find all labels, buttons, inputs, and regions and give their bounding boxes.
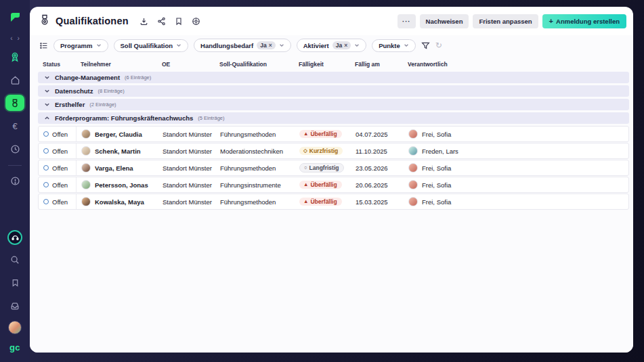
group-row[interactable]: Change-Management (6 Einträge) (38, 72, 629, 83)
filter-pill[interactable]: Punkte (372, 39, 416, 52)
filter-pill[interactable]: Soll Qualifikation (114, 39, 189, 52)
bookmark-icon[interactable] (175, 17, 183, 26)
owner-name: Freden, Lars (422, 148, 458, 155)
more-button[interactable]: ··· (398, 14, 416, 28)
anmeldung-erstellen-button[interactable]: + Anmeldung erstellen (542, 14, 626, 28)
oe-cell: Standort Münster (158, 194, 215, 209)
remove-filter-icon[interactable]: × (344, 42, 347, 49)
award-rosette-icon[interactable] (6, 49, 24, 65)
table-header: StatusTeilnehmerOESoll-QualifikationFäll… (38, 61, 629, 70)
fristen-anpassen-button[interactable]: Fristen anpassen (473, 14, 538, 28)
chevron-down-icon (176, 43, 181, 48)
automation-icon[interactable] (192, 17, 200, 26)
history-clock-icon[interactable] (6, 141, 24, 157)
group-row[interactable]: Datenschutz (8 Einträge) (38, 85, 629, 97)
group-name: Förderprogramm: Führungskräftenachwuchs (55, 114, 193, 122)
view-options-icon[interactable] (39, 41, 48, 50)
participant-name: Berger, Claudia (95, 131, 142, 138)
medal-icon (39, 14, 50, 28)
status-cell: Offen (39, 143, 77, 158)
due-status-badge: ▲ Überfällig (299, 181, 342, 189)
gc-logo[interactable]: gc (9, 342, 20, 353)
group-chevron-icon[interactable] (44, 88, 50, 94)
status-cell: Offen (39, 160, 77, 175)
due-status-badge: ▲ Überfällig (299, 198, 342, 206)
filter-pill-label: Soll Qualifikation (121, 42, 173, 49)
group-count: (5 Einträge) (198, 115, 224, 121)
search-icon[interactable] (6, 252, 24, 268)
column-header: Fälligkeit (294, 61, 350, 70)
inbox-tray-icon[interactable] (6, 298, 24, 314)
page-title: Qualifikationen (56, 16, 129, 26)
support-bot-avatar[interactable] (7, 230, 22, 245)
filter-value-chip: Ja× (257, 41, 275, 49)
verantwortlich-cell: Frei, Sofia (404, 194, 628, 209)
participant-avatar (81, 146, 91, 156)
faellig-am-cell: 23.05.2026 (351, 160, 404, 175)
filter-pill-label: Programm (60, 42, 93, 49)
owner-avatar (408, 163, 418, 173)
chevron-left-icon[interactable]: ‹ (10, 35, 12, 42)
due-status-badge: ▲ Überfällig (299, 130, 342, 139)
group-row[interactable]: Förderprogramm: Führungskräftenachwuchs … (38, 112, 629, 124)
euro-icon[interactable]: € (6, 118, 24, 134)
main-panel: Qualifikationen (30, 7, 633, 353)
alert-circle-icon[interactable] (6, 173, 24, 189)
due-status-badge: ○ Langfristig (299, 163, 344, 173)
nachweisen-button[interactable]: Nachweisen (420, 14, 469, 28)
chevron-down-icon (404, 43, 409, 48)
refresh-icon[interactable]: ↻ (435, 41, 442, 50)
oe-cell: Standort Münster (158, 127, 215, 141)
chevron-right-icon[interactable]: › (18, 35, 20, 42)
plus-icon: + (549, 18, 553, 25)
participant-avatar (81, 180, 91, 189)
table-row[interactable]: Offen Berger, Claudia Standort Münster F… (38, 126, 629, 142)
table-row[interactable]: Offen Petersson, Jonas Standort Münster … (38, 177, 629, 193)
verantwortlich-cell: Frei, Sofia (404, 177, 628, 192)
home-icon[interactable] (6, 72, 24, 88)
table-row[interactable]: Offen Kowalska, Maya Standort Münster Fü… (38, 194, 629, 210)
sidebar-collapse-controls[interactable]: ‹ › (10, 35, 20, 42)
download-icon[interactable] (139, 17, 148, 26)
oe-cell: Standort Münster (158, 160, 215, 175)
brand-logo-icon[interactable] (9, 11, 22, 26)
teilnehmer-cell: Petersson, Jonas (77, 177, 158, 192)
table-row[interactable]: Offen Schenk, Martin Standort Münster Mo… (38, 143, 629, 159)
participant-name: Petersson, Jonas (95, 181, 148, 189)
share-icon[interactable] (157, 17, 166, 26)
group-chevron-icon[interactable] (44, 74, 50, 81)
filter-funnel-icon[interactable] (421, 41, 430, 50)
teilnehmer-cell: Berger, Claudia (77, 127, 158, 141)
table-row[interactable]: Offen Varga, Elena Standort Münster Führ… (38, 160, 629, 176)
group-row[interactable]: Ersthelfer (2 Einträge) (38, 99, 629, 110)
filter-pill[interactable]: Handlungsbedarf Ja× (194, 39, 291, 52)
verantwortlich-cell: Frei, Sofia (404, 127, 628, 141)
bookmark-icon[interactable] (6, 275, 24, 291)
soll-qualifikation-cell: Führungsmethoden (215, 160, 295, 175)
due-status-badge: ◇ Kurzfristig (299, 147, 343, 156)
chevron-down-icon (279, 43, 284, 48)
faellig-am-cell: 20.06.2025 (351, 177, 404, 192)
group-chevron-icon[interactable] (44, 101, 50, 108)
filter-pill[interactable]: Programm (53, 39, 108, 52)
sidebar-item-qualifikationen[interactable] (5, 95, 24, 111)
owner-name: Frei, Sofia (422, 131, 451, 138)
remove-filter-icon[interactable]: × (269, 42, 272, 49)
due-status-icon: ◇ (303, 148, 307, 154)
filter-pill[interactable]: Aktiviert Ja× (297, 39, 366, 52)
group-chevron-icon[interactable] (44, 115, 50, 121)
user-avatar[interactable] (8, 321, 22, 334)
owner-avatar (408, 197, 418, 206)
column-header: Verantwortlich (403, 61, 629, 70)
due-status-icon: ▲ (303, 199, 308, 204)
faelligkeit-cell: ▲ Überfällig (295, 194, 351, 209)
group-name: Ersthelfer (55, 101, 85, 108)
status-open-icon (43, 131, 49, 137)
filter-pill-label: Handlungsbedarf (200, 42, 253, 49)
status-open-icon (43, 199, 49, 204)
soll-qualifikation-cell: Moderationstechniken (215, 143, 295, 158)
status-cell: Offen (39, 194, 77, 209)
owner-name: Frei, Sofia (422, 164, 451, 172)
status-label: Offen (52, 131, 68, 138)
header-actions: ··· Nachweisen Fristen anpassen + Anmeld… (398, 14, 626, 28)
